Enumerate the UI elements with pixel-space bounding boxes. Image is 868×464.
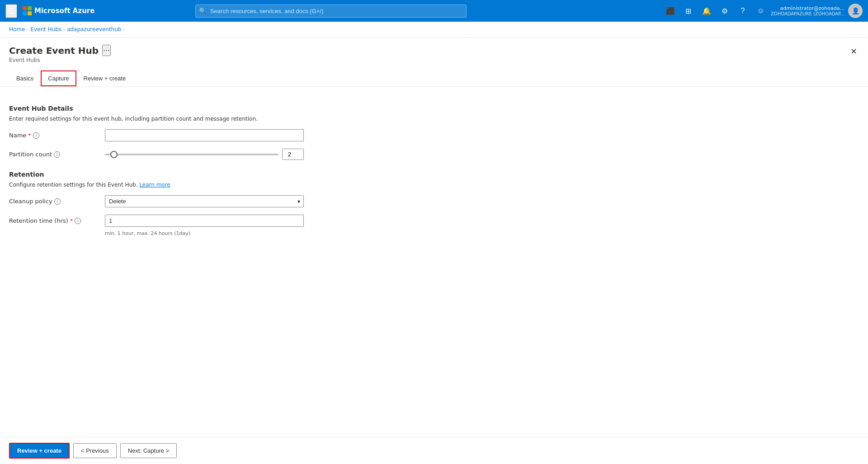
cleanup-policy-select[interactable]: Delete Compact Compact & Delete bbox=[105, 195, 304, 207]
notifications-icon[interactable]: 🔔 bbox=[698, 3, 715, 19]
breadcrumb-home[interactable]: Home bbox=[9, 26, 25, 33]
retention-time-input[interactable]: 1 bbox=[105, 215, 304, 227]
cleanup-policy-label: Cleanup policy i bbox=[9, 198, 99, 205]
retention-info-icon[interactable]: i bbox=[75, 218, 81, 224]
azure-logo[interactable]: Microsoft Azure bbox=[23, 6, 94, 15]
cleanup-info-icon[interactable]: i bbox=[54, 198, 61, 205]
page-subtitle: Event Hubs bbox=[9, 57, 111, 63]
name-info-icon[interactable]: i bbox=[33, 132, 39, 139]
retention-section: Retention Configure retention settings f… bbox=[9, 171, 362, 188]
previous-button[interactable]: < Previous bbox=[73, 443, 117, 458]
name-required-star: * bbox=[28, 132, 31, 139]
help-icon[interactable]: ? bbox=[735, 3, 751, 19]
partition-count-row: Partition count i bbox=[9, 149, 362, 160]
search-bar: 🔍 bbox=[195, 5, 467, 18]
close-button[interactable]: ✕ bbox=[849, 45, 859, 58]
next-capture-button[interactable]: Next: Capture > bbox=[120, 443, 177, 458]
retention-title: Retention bbox=[9, 171, 362, 178]
retention-description: Configure retention settings for this Ev… bbox=[9, 182, 362, 188]
name-row: Name * i bbox=[9, 129, 362, 141]
hamburger-menu[interactable]: ☰ bbox=[5, 4, 17, 18]
partition-slider-container bbox=[105, 149, 304, 160]
bottom-bar: Review + create < Previous Next: Capture… bbox=[0, 437, 868, 464]
user-tenant: ZOHOADAPAZURE (ZOHOADAP... bbox=[771, 11, 844, 16]
page-title: Create Event Hub bbox=[9, 45, 99, 56]
user-info: administrator@zohoada... ZOHOADAPAZURE (… bbox=[771, 4, 863, 18]
main-content: Home › Event Hubs › adapazureeventhub › … bbox=[0, 22, 868, 464]
azure-brand-name: Microsoft Azure bbox=[34, 7, 94, 15]
partition-count-label: Partition count i bbox=[9, 151, 99, 158]
search-icon: 🔍 bbox=[199, 7, 207, 14]
event-hub-details-section: Event Hub Details Enter required setting… bbox=[9, 105, 362, 122]
event-hub-details-description: Enter required settings for this event h… bbox=[9, 116, 362, 122]
breadcrumb: Home › Event Hubs › adapazureeventhub › bbox=[0, 22, 868, 37]
portal-menu-icon[interactable]: ⊞ bbox=[680, 3, 697, 19]
user-avatar[interactable]: 👤 bbox=[848, 4, 863, 18]
settings-icon[interactable]: ⚙ bbox=[717, 3, 733, 19]
cleanup-policy-select-wrapper: Delete Compact Compact & Delete ▾ bbox=[105, 195, 304, 207]
form-area: Event Hub Details Enter required setting… bbox=[0, 87, 371, 236]
name-label: Name * i bbox=[9, 132, 99, 139]
tabs: Basics Capture Review + create bbox=[0, 70, 868, 87]
name-input[interactable] bbox=[105, 129, 304, 141]
retention-required-star: * bbox=[70, 217, 73, 224]
top-navigation: ☰ Microsoft Azure 🔍 ⬛ ⊞ 🔔 ⚙ ? ☺ administ… bbox=[0, 0, 868, 22]
breadcrumb-event-hubs[interactable]: Event Hubs bbox=[30, 26, 61, 33]
cloud-shell-icon[interactable]: ⬛ bbox=[662, 3, 679, 19]
learn-more-link[interactable]: Learn more bbox=[139, 182, 170, 188]
breadcrumb-namespace[interactable]: adapazureeventhub bbox=[67, 26, 121, 33]
user-name: administrator@zohoada... bbox=[771, 5, 844, 11]
tab-review-create[interactable]: Review + create bbox=[76, 70, 133, 86]
retention-hint: min. 1 hour, max. 24 hours (1day) bbox=[105, 230, 362, 236]
more-options-button[interactable]: ··· bbox=[102, 45, 111, 56]
event-hub-details-title: Event Hub Details bbox=[9, 105, 362, 112]
cleanup-policy-row: Cleanup policy i Delete Compact Compact … bbox=[9, 195, 362, 207]
partition-value-input[interactable] bbox=[282, 149, 304, 160]
feedback-icon[interactable]: ☺ bbox=[753, 3, 769, 19]
tab-capture[interactable]: Capture bbox=[41, 70, 76, 86]
partition-slider[interactable] bbox=[105, 154, 278, 155]
review-create-button[interactable]: Review + create bbox=[9, 443, 70, 459]
retention-time-row: Retention time (hrs) * i 1 bbox=[9, 215, 362, 227]
nav-icons: ⬛ ⊞ 🔔 ⚙ ? ☺ administrator@zohoada... ZOH… bbox=[662, 3, 863, 19]
page-header: Create Event Hub ··· Event Hubs ✕ bbox=[0, 37, 868, 63]
tab-basics[interactable]: Basics bbox=[9, 70, 41, 86]
retention-time-label: Retention time (hrs) * i bbox=[9, 217, 99, 224]
partition-info-icon[interactable]: i bbox=[54, 151, 60, 158]
search-input[interactable] bbox=[195, 5, 467, 18]
